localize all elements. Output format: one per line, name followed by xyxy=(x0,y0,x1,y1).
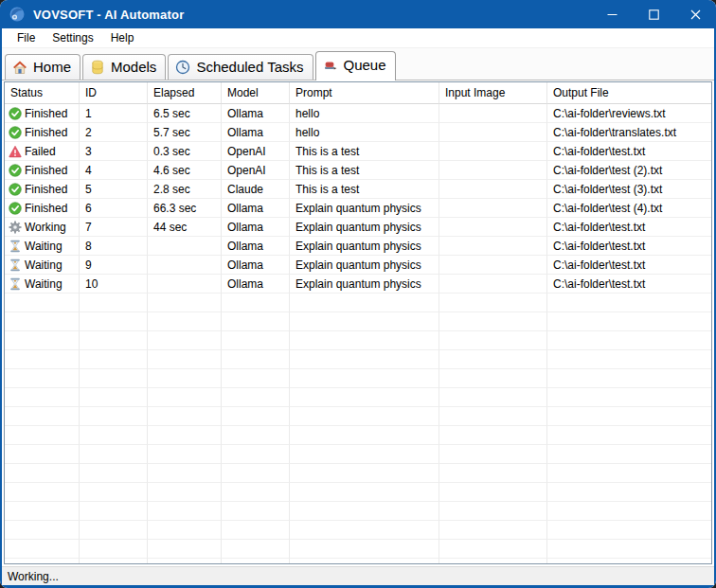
cell-id xyxy=(80,388,148,407)
cell-model xyxy=(222,464,290,483)
column-header-elapsed[interactable]: Elapsed xyxy=(148,82,222,104)
cell-elapsed xyxy=(148,464,222,483)
waiting-hourglass-icon xyxy=(9,258,22,272)
cell-elapsed xyxy=(148,521,222,540)
app-logo-icon xyxy=(9,6,26,23)
cell-id: 2 xyxy=(80,123,148,142)
cell-output-file xyxy=(547,540,711,559)
cell-id xyxy=(80,294,148,312)
table-row-empty xyxy=(5,388,711,407)
cell-id xyxy=(80,350,148,369)
cell-model: OpenAI xyxy=(222,161,290,180)
column-header-model[interactable]: Model xyxy=(222,82,290,104)
cell-prompt xyxy=(290,483,439,502)
cell-id: 3 xyxy=(80,142,148,161)
cell-elapsed xyxy=(148,256,222,275)
cell-elapsed xyxy=(148,237,222,256)
cell-input-image xyxy=(439,275,547,294)
cell-model: OpenAI xyxy=(222,142,290,161)
cell-prompt xyxy=(290,388,439,407)
minimize-button[interactable] xyxy=(591,0,633,28)
cell-model xyxy=(222,294,290,312)
table-row[interactable]: Working 7 44 sec Ollama Explain quantum … xyxy=(5,218,711,237)
menu-help[interactable]: Help xyxy=(102,29,143,46)
column-header-id[interactable]: ID xyxy=(80,82,148,104)
cell-id: 5 xyxy=(80,180,148,199)
cell-prompt xyxy=(290,331,439,350)
table-row[interactable]: Waiting 9 Ollama Explain quantum physics… xyxy=(5,256,711,275)
table-row-empty xyxy=(5,483,711,502)
cell-id: 9 xyxy=(80,256,148,275)
cell-input-image xyxy=(439,502,547,521)
close-button[interactable] xyxy=(674,0,716,28)
cell-model: Ollama xyxy=(222,104,290,123)
cell-model xyxy=(222,369,290,388)
table-row[interactable]: Finished 4 4.6 sec OpenAI This is a test… xyxy=(5,161,711,180)
cell-input-image xyxy=(439,445,547,464)
cell-elapsed xyxy=(148,426,222,445)
title-bar: VOVSOFT - AI Automator xyxy=(0,0,716,28)
table-row[interactable]: Finished 6 66.3 sec Ollama Explain quant… xyxy=(5,199,711,218)
cell-output-file: C:\ai-folder\test.txt xyxy=(547,237,711,256)
column-header-input-image[interactable]: Input Image xyxy=(439,82,547,104)
cell-prompt: This is a test xyxy=(290,161,439,180)
cell-prompt: This is a test xyxy=(290,180,439,199)
cell-prompt: Explain quantum physics xyxy=(290,218,439,237)
cell-prompt xyxy=(290,521,439,540)
cell-id xyxy=(80,502,148,521)
cell-model: Ollama xyxy=(222,275,290,294)
cell-input-image xyxy=(439,256,547,275)
tab-home[interactable]: Home xyxy=(5,54,81,80)
cell-id xyxy=(80,407,148,426)
cell-prompt: Explain quantum physics xyxy=(290,237,439,256)
menu-settings[interactable]: Settings xyxy=(44,29,101,46)
tab-models[interactable]: Models xyxy=(82,54,166,80)
cell-prompt: hello xyxy=(290,123,439,142)
table-row[interactable]: Finished 5 2.8 sec Claude This is a test… xyxy=(5,180,711,199)
cell-input-image xyxy=(439,142,547,161)
status-text: Failed xyxy=(25,145,56,158)
cell-output-file: C:\ai-folder\test (4).txt xyxy=(547,199,711,218)
column-header-prompt[interactable]: Prompt xyxy=(290,82,439,104)
cell-model: Ollama xyxy=(222,237,290,256)
tab-scheduled-tasks[interactable]: Scheduled Tasks xyxy=(168,54,313,80)
table-row[interactable]: Finished 1 6.5 sec Ollama hello C:\ai-fo… xyxy=(5,104,711,123)
cell-prompt xyxy=(290,426,439,445)
cell-elapsed xyxy=(148,407,222,426)
cell-id xyxy=(80,559,148,563)
cell-output-file: C:\ai-folder\reviews.txt xyxy=(547,104,711,123)
table-row[interactable]: Waiting 10 Ollama Explain quantum physic… xyxy=(5,275,711,294)
cell-elapsed xyxy=(148,388,222,407)
home-icon xyxy=(12,60,27,75)
cell-elapsed xyxy=(148,540,222,559)
cell-elapsed: 4.6 sec xyxy=(148,161,222,180)
tab-queue[interactable]: Queue xyxy=(315,51,396,80)
table-row-empty xyxy=(5,540,711,559)
column-header-output-file[interactable]: Output File xyxy=(547,82,711,104)
cell-id xyxy=(80,483,148,502)
cell-output-file: C:\ai-folder\test.txt xyxy=(547,218,711,237)
table-row-empty xyxy=(5,312,711,331)
table-row-empty xyxy=(5,407,711,426)
column-header-status[interactable]: Status xyxy=(5,82,80,104)
cell-output-file: C:\ai-folder\test.txt xyxy=(547,256,711,275)
table-row-empty xyxy=(5,502,711,521)
cell-id: 4 xyxy=(80,161,148,180)
app-window: VOVSOFT - AI Automator File Settings Hel… xyxy=(0,0,716,588)
cell-model: Claude xyxy=(222,180,290,199)
cell-prompt xyxy=(290,559,439,563)
table-row[interactable]: Waiting 8 Ollama Explain quantum physics… xyxy=(5,237,711,256)
menu-file[interactable]: File xyxy=(9,29,44,46)
cell-id xyxy=(80,464,148,483)
cell-elapsed: 2.8 sec xyxy=(148,180,222,199)
table-row[interactable]: Finished 2 5.7 sec Ollama hello C:\ai-fo… xyxy=(5,123,711,142)
table-row[interactable]: Failed 3 0.3 sec OpenAI This is a test C… xyxy=(5,142,711,161)
tab-strip: Home Models Scheduled Tasks xyxy=(2,48,714,80)
tab-label: Models xyxy=(111,59,156,75)
cell-id xyxy=(80,540,148,559)
status-text: Finished xyxy=(25,126,67,139)
cell-input-image xyxy=(439,312,547,331)
cell-input-image xyxy=(439,350,547,369)
maximize-button[interactable] xyxy=(633,0,674,28)
cell-input-image xyxy=(439,180,547,199)
